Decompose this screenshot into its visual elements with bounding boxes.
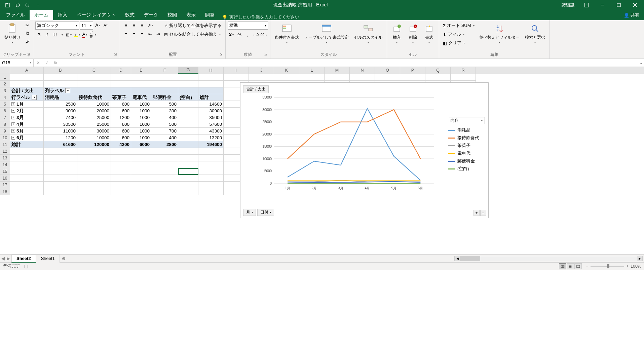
cell[interactable]: 600: [111, 128, 131, 135]
col-header-K[interactable]: K: [274, 67, 299, 74]
font-color-icon[interactable]: A: [81, 31, 88, 38]
orientation-icon[interactable]: ↗: [146, 22, 154, 29]
cell[interactable]: [44, 161, 77, 168]
cell[interactable]: 35000: [198, 114, 224, 121]
cell[interactable]: [151, 175, 178, 182]
cell[interactable]: 1000: [131, 114, 151, 121]
tab-data[interactable]: データ: [139, 10, 163, 20]
cell[interactable]: 57600: [198, 121, 224, 128]
wrap-text-button[interactable]: ⤶折り返して全体を表示する: [162, 22, 223, 30]
cell[interactable]: [77, 74, 111, 81]
cell[interactable]: [178, 74, 198, 81]
cell[interactable]: [198, 148, 224, 155]
ribbon-options-icon[interactable]: [579, 0, 594, 10]
row-header-13[interactable]: 13: [0, 155, 10, 161]
zoom-in-icon[interactable]: +: [626, 264, 629, 269]
cell[interactable]: 郵便料金: [151, 94, 178, 101]
expand-formula-bar-icon[interactable]: ⌄: [637, 60, 644, 65]
cell[interactable]: [44, 81, 77, 87]
cell[interactable]: [178, 188, 198, 195]
cell[interactable]: 電車代: [131, 94, 151, 101]
increase-decimal-icon[interactable]: ←.0: [252, 31, 259, 38]
cell[interactable]: [198, 175, 224, 182]
bold-icon[interactable]: B: [35, 31, 43, 38]
grow-font-icon[interactable]: A▴: [94, 22, 101, 29]
merge-button[interactable]: ⊟セルを結合して中央揃え: [162, 30, 223, 38]
next-sheet-icon[interactable]: ▶: [7, 256, 10, 261]
cell[interactable]: [77, 87, 111, 94]
underline-icon[interactable]: U: [51, 31, 59, 38]
cell[interactable]: [77, 81, 111, 87]
cell[interactable]: 600: [111, 135, 131, 141]
cell[interactable]: [151, 81, 178, 87]
cell[interactable]: [400, 74, 425, 81]
user-name[interactable]: 諸留誕: [558, 2, 578, 8]
row-header-1[interactable]: 1: [0, 74, 10, 81]
cell[interactable]: +4月: [10, 121, 44, 128]
pivot-chart[interactable]: 合計 / 支出 05000100001500020000250003000035…: [240, 82, 489, 218]
col-header-L[interactable]: L: [299, 67, 325, 74]
cell[interactable]: [325, 74, 350, 81]
tab-pagelayout[interactable]: ページ レイアウト: [72, 10, 120, 20]
cell[interactable]: [10, 188, 44, 195]
cell[interactable]: 25000: [77, 114, 111, 121]
expand-icon[interactable]: +: [11, 129, 15, 133]
align-middle-icon[interactable]: ≡: [130, 22, 138, 29]
cell[interactable]: [299, 74, 325, 81]
comma-icon[interactable]: ,: [244, 31, 251, 38]
cell[interactable]: 1000: [131, 108, 151, 114]
cell[interactable]: 2500: [44, 101, 77, 108]
align-center-icon[interactable]: ≡: [130, 30, 138, 38]
border-icon[interactable]: ⊞: [65, 31, 72, 38]
cell[interactable]: 1000: [131, 128, 151, 135]
cell[interactable]: [224, 74, 249, 81]
cell[interactable]: +1月: [10, 101, 44, 108]
cell[interactable]: [111, 74, 131, 81]
undo-icon[interactable]: [13, 0, 22, 10]
cell[interactable]: [131, 155, 151, 161]
cell[interactable]: [198, 155, 224, 161]
cell[interactable]: [77, 188, 111, 195]
cell[interactable]: [178, 128, 198, 135]
row-filter-icon[interactable]: ▾: [32, 95, 37, 100]
cell[interactable]: 500: [151, 121, 178, 128]
cell[interactable]: [131, 161, 151, 168]
legend-field-button[interactable]: 内容▾: [448, 117, 485, 124]
cell[interactable]: [111, 87, 131, 94]
row-header-17[interactable]: 17: [0, 182, 10, 188]
cell[interactable]: [178, 121, 198, 128]
cell[interactable]: [111, 175, 131, 182]
cell[interactable]: 14600: [198, 101, 224, 108]
expand-icon[interactable]: +: [11, 102, 15, 106]
cell[interactable]: [178, 101, 198, 108]
cell[interactable]: 25000: [77, 121, 111, 128]
cell[interactable]: 1000: [131, 101, 151, 108]
cell[interactable]: [178, 175, 198, 182]
cell[interactable]: [198, 188, 224, 195]
cell[interactable]: 500: [151, 101, 178, 108]
cell[interactable]: 30900: [198, 108, 224, 114]
cell[interactable]: [10, 81, 44, 87]
cell[interactable]: [44, 148, 77, 155]
tellme-input[interactable]: 💡 実行したい作業を入力してください: [222, 14, 299, 20]
col-header-F[interactable]: F: [151, 67, 178, 74]
close-icon[interactable]: [627, 0, 643, 10]
cell[interactable]: +6月: [10, 135, 44, 141]
expand-icon[interactable]: +: [11, 116, 15, 119]
number-launcher-icon[interactable]: ⇲: [263, 52, 268, 57]
cell[interactable]: [151, 168, 178, 175]
cell[interactable]: +2月: [10, 108, 44, 114]
cell[interactable]: [151, 87, 178, 94]
cell[interactable]: 1200: [111, 114, 131, 121]
cell[interactable]: [178, 161, 198, 168]
pagebreak-view-icon[interactable]: ▤: [574, 263, 582, 269]
chart-collapse-icon[interactable]: −: [480, 210, 486, 216]
cell[interactable]: [178, 141, 198, 148]
cell[interactable]: 600: [111, 108, 131, 114]
chart-expand-icon[interactable]: +: [473, 210, 480, 216]
fx-icon[interactable]: fx: [51, 59, 60, 67]
cell[interactable]: [10, 161, 44, 168]
enter-icon[interactable]: ✓: [42, 59, 51, 67]
cell[interactable]: 消耗品: [44, 94, 77, 101]
cell[interactable]: [77, 161, 111, 168]
